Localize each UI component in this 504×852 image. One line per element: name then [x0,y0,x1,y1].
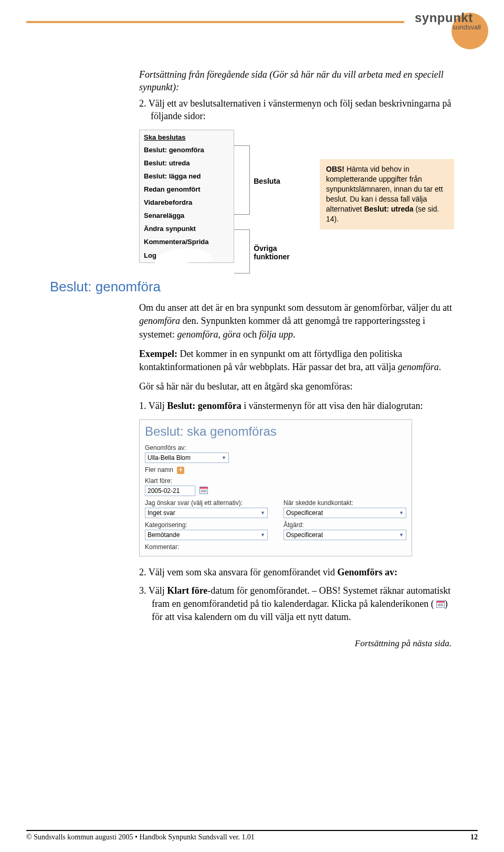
obs-bold: Beslut: utreda [364,205,413,213]
label-klart-fore: Klart före: [145,477,406,485]
menu-item: Beslut: utreda [140,156,234,170]
step-2-choose-owner: 2. Välj vem som ska ansvara för genomför… [139,566,454,579]
menu-item-torn: Log [140,248,234,262]
select-value: Ospecificerat [286,531,323,539]
text: , [218,329,223,340]
select-atgard[interactable]: Ospecificerat ▼ [284,530,406,540]
menu-item: Senarelägga [140,209,234,222]
chevron-down-icon: ▼ [260,510,265,516]
page-number: 12 [470,833,478,842]
text: i vänstermenyn för att visa den här dial… [242,401,423,411]
dialog-screenshot-wrap: Beslut: ska genomföras Genomförs av: Ull… [139,419,454,556]
calendar-icon [436,601,445,608]
menu-heading: Ska beslutas [140,130,234,143]
menu-item: Vidarebefordra [140,196,234,209]
bracket-labels: Besluta Övriga funktioner [250,130,309,261]
left-menu-screenshot: Ska beslutas Beslut: genomföra Beslut: u… [139,130,234,263]
text: 2. Välj vem som ska ansvara för genomför… [139,567,338,577]
label-kommentar: Kommentar: [145,543,406,551]
text-strong: Genomförs av: [338,567,397,577]
bracket-icon [234,229,250,274]
add-icon[interactable]: + [177,467,184,474]
text-strong: Klart före [167,585,207,596]
select-kundkontakt[interactable]: Ospecificerat ▼ [284,508,406,518]
label-fler-namn: Fler namn + [145,466,406,474]
select-onskar-svar[interactable]: Inget svar ▼ [145,508,268,518]
step-2-choose-alternative: 2. Välj ett av beslutsalternativen i vän… [139,97,454,123]
text: . [293,329,296,340]
page-footer: © Sundsvalls kommun augusti 2005 • Handb… [26,830,478,842]
label-kategorisering: Kategorisering: [145,521,268,529]
chevron-down-icon: ▼ [222,455,226,460]
menu-item: Beslut: genomföra [140,143,234,156]
date-row: 2005-02-21 [145,485,406,496]
text-em: genomföra [177,329,218,340]
section-heading-genomfora: Beslut: genomföra [50,279,454,295]
continuation-intro: Fortsättning från föregående sida (Gör s… [139,68,454,94]
label-genomfors-av: Genomförs av: [145,444,406,451]
text-strong: Beslut: genomföra [167,401,241,411]
menu-illustration-row: Ska beslutas Beslut: genomföra Beslut: u… [139,130,454,263]
text: 3. Välj [139,585,167,596]
text: Det kommer in en synpunkt om att förtydl… [139,349,402,372]
continuation-note: Fortsättning på nästa sida. [50,638,454,649]
chevron-down-icon: ▼ [399,532,404,538]
menu-item: Redan genomfört [140,183,234,196]
menu-item: Beslut: lägga ned [140,170,234,183]
top-rule [26,21,404,23]
select-kategorisering[interactable]: Bemötande ▼ [145,530,268,540]
select-value: Ospecificerat [286,509,323,517]
text: Om du anser att det är en bra synpunkt s… [139,302,452,313]
calendar-icon[interactable] [200,487,208,494]
text-em: följa upp [259,329,293,340]
select-value: Bemötande [148,531,180,539]
menu-item: Ändra synpunkt [140,222,234,235]
text: 1. Välj [139,401,167,411]
bracket-icon [234,145,250,215]
select-genomfors-av[interactable]: Ulla-Bella Blom ▼ [145,453,229,463]
footer-left: © Sundsvalls kommun augusti 2005 • Handb… [26,833,255,842]
label-onskar-svar: Jag önskar svar (välj ett alternativ): [145,499,268,507]
para-1: Om du anser att det är en bra synpunkt s… [139,301,454,341]
post-dialog-steps: 2. Välj vem som ska ansvara för genomför… [139,566,454,624]
para-2-exempel: Exempel: Det kommer in en synpunkt om at… [139,348,454,374]
obs-title: OBS! [326,165,344,173]
select-value: Ulla-Bella Blom [148,454,191,461]
text-strong: Exempel: [139,349,177,359]
bracket-label-ovriga: Övriga funktioner [254,244,309,261]
chevron-down-icon: ▼ [260,532,265,538]
label-atgard: Åtgärd: [284,521,406,529]
input-klart-fore[interactable]: 2005-02-21 [145,486,195,496]
select-value: Inget svar [148,509,175,517]
menu-item: Kommentera/Sprida [140,235,234,248]
dialog-beslut-genomforas: Beslut: ska genomföras Genomförs av: Ull… [139,419,412,556]
dialog-step-1: 1. Välj Beslut: genomföra i vänstermenyn… [139,399,454,413]
step-3-klart-fore: 3. Välj Klart före-datum för genomförand… [139,584,454,624]
text: . [439,362,442,372]
dialog-title: Beslut: ska genomföras [145,424,406,439]
chevron-down-icon: ▼ [399,510,404,516]
para-3-intro-steps: Gör så här när du beslutar, att en åtgär… [139,380,454,393]
logo-text-2: sundsvall [415,23,488,31]
text: Fler namn [145,466,173,474]
label-kundkontakt: När skedde kundkontakt: [284,499,406,507]
logo: synpunkt sundsvall [415,10,488,31]
text-em: genomföra [398,362,439,372]
text-em: göra [223,329,241,340]
text: och [241,329,259,340]
obs-note-box: OBS! Hämta vid behov in kompletterande u… [320,159,454,229]
text-em: genomföra [139,315,180,326]
bracket-label-besluta: Besluta [254,177,309,185]
